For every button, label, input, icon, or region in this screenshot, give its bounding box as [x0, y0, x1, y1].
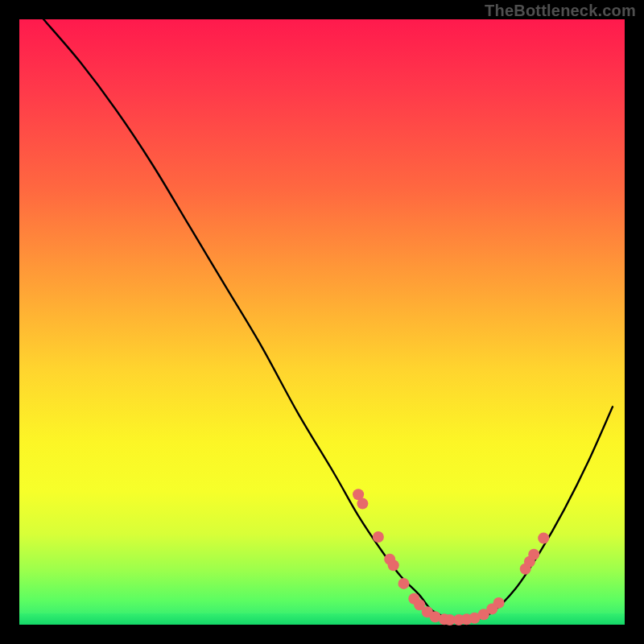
bottleneck-curve	[43, 19, 613, 621]
curve-dot	[398, 578, 410, 589]
curve-dots	[353, 489, 549, 625]
watermark-text: TheBottleneck.com	[485, 2, 636, 20]
curve-dot	[538, 533, 549, 544]
curve-dot	[373, 531, 384, 543]
curve-dot	[493, 597, 505, 609]
curve-dot	[357, 498, 368, 510]
chart-svg	[19, 19, 625, 625]
chart-area	[19, 19, 625, 625]
curve-dot	[388, 559, 399, 571]
curve-dot	[528, 549, 539, 560]
